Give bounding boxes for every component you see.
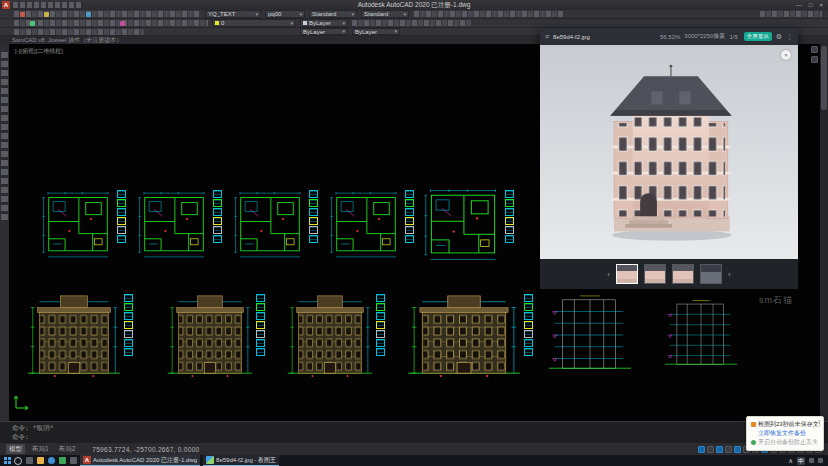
properties-toolbar-icons[interactable]	[352, 20, 472, 26]
autocad-logo-icon[interactable]: A	[2, 1, 10, 9]
tab-model[interactable]: 模型	[6, 444, 25, 454]
plan-legend-2	[213, 186, 222, 264]
close-button[interactable]: ×	[819, 2, 823, 8]
mleader-style-value: Standard	[364, 11, 388, 17]
ortho-toggle[interactable]	[716, 446, 723, 453]
taskbar-viewer-button[interactable]: 8e59d4-f2.jpg - 看图王	[203, 455, 279, 466]
quick-access-toolbar[interactable]	[13, 2, 83, 8]
shield-icon	[751, 440, 756, 445]
section-drawing-2[interactable]	[658, 292, 744, 378]
next-image-button[interactable]: ›	[728, 270, 731, 279]
styles-toolbar-icons[interactable]	[414, 11, 564, 17]
search-icon[interactable]	[14, 457, 22, 465]
layer-on-icon[interactable]	[30, 21, 35, 26]
tray-expand-icon[interactable]: ∧	[788, 457, 793, 465]
thumbnail-2[interactable]	[644, 264, 666, 284]
new-file-icon[interactable]	[20, 12, 25, 17]
app-icon-1[interactable]	[58, 457, 66, 465]
title-bar: A Autodesk AutoCAD 2020 已注册-1.dwg — □ ×	[0, 0, 828, 10]
command-prompt[interactable]: 命令:	[12, 433, 828, 442]
image-viewer-window: ≡ 8e59d4-f2.jpg 56.52% 3000*2250像素 1/5 全…	[540, 28, 798, 289]
osnap-toggle[interactable]	[734, 446, 741, 453]
image-preview[interactable]: ×	[540, 45, 798, 259]
taskbar-viewer-label: 8e59d4-f2.jpg - 看图王	[216, 456, 276, 465]
standard-toolbar-icons[interactable]	[14, 11, 200, 17]
notification-close-icon[interactable]: ×	[817, 418, 821, 424]
tray-icon-2[interactable]	[818, 458, 823, 463]
elevation-legend-1	[124, 290, 133, 380]
elevation-3[interactable]	[286, 290, 385, 380]
thumbnail-4[interactable]	[700, 264, 722, 284]
layer-combo[interactable]: 0 ▾	[212, 19, 296, 27]
command-line[interactable]: 命令: *取消* 命令:	[0, 421, 828, 443]
plan-legend-5	[505, 186, 514, 264]
right-dock-icons[interactable]	[811, 46, 818, 63]
prev-image-button[interactable]: ‹	[607, 270, 610, 279]
grid-toggle[interactable]	[698, 446, 705, 453]
close-preview-button[interactable]: ×	[781, 50, 791, 60]
mleader-style-combo[interactable]: Standard ▾	[361, 10, 409, 18]
text-style-combo[interactable]: YQ_TEXT ▾	[205, 10, 261, 18]
lineweight-combo[interactable]: ByLayer ▾	[352, 28, 400, 35]
start-button[interactable]	[3, 457, 11, 465]
linetype-combo[interactable]: ByLayer ▾	[300, 28, 348, 35]
color-combo[interactable]: ByLayer ▾	[300, 19, 348, 27]
layer-value: 0	[221, 20, 224, 26]
image-dimensions: 3000*2250像素	[684, 32, 725, 41]
task-view-icon[interactable]	[25, 457, 33, 465]
elevation-4[interactable]	[406, 290, 533, 380]
layer-freeze-icon[interactable]	[120, 21, 125, 26]
save-file-icon[interactable]	[86, 12, 91, 17]
color-value: ByLayer	[309, 20, 331, 26]
left-toolbar-icons[interactable]	[1, 52, 8, 222]
image-viewer-icon	[206, 456, 214, 464]
thumbnail-1[interactable]	[616, 264, 638, 284]
tab-layout2[interactable]: 布局2	[56, 444, 79, 454]
taskbar-autocad-button[interactable]: A Autodesk AutoCAD 2020 已注册-1.dwg	[80, 455, 200, 466]
app-icon-2[interactable]	[69, 457, 77, 465]
browser-icon[interactable]	[47, 457, 55, 465]
elevation-2[interactable]	[166, 290, 265, 380]
floor-plan-3[interactable]	[233, 186, 318, 264]
layer-toolbar-icons[interactable]	[14, 20, 208, 26]
section-drawing-1[interactable]	[540, 292, 640, 378]
palette-icon[interactable]	[811, 56, 818, 63]
more-icon[interactable]: ⋮	[786, 33, 793, 40]
polar-toggle[interactable]	[725, 446, 732, 453]
table-style-combo[interactable]: Standard ▾	[309, 10, 357, 18]
status-bar: 模型 布局1 布局2 75963.7724, -25700.2667, 0.00…	[0, 443, 828, 455]
villa-render-image	[586, 55, 754, 251]
file-explorer-icon[interactable]	[36, 457, 44, 465]
chevron-down-icon: ▾	[403, 12, 406, 17]
vertical-scrollbar[interactable]	[820, 44, 828, 421]
settings-gear-icon[interactable]: ⚙	[776, 33, 782, 40]
help-toolbar-icons[interactable]	[760, 11, 822, 17]
floor-plan-1[interactable]	[41, 186, 126, 264]
menu-icon[interactable]: ≡	[545, 33, 549, 40]
pin-icon[interactable]	[811, 46, 818, 53]
chevron-down-icon: ▾	[394, 29, 397, 34]
modify-toolbar-icons[interactable]	[14, 29, 144, 35]
elevation-1[interactable]	[26, 290, 133, 380]
snap-toggle[interactable]	[707, 446, 714, 453]
scrollbar-thumb[interactable]	[821, 46, 827, 110]
viewer-filename: 8e59d4-f2.jpg	[553, 34, 590, 40]
thumbnail-3[interactable]	[672, 264, 694, 284]
floor-plan-2[interactable]	[137, 186, 222, 264]
tab-layout1[interactable]: 布局1	[29, 444, 52, 454]
minimize-button[interactable]: —	[796, 2, 802, 8]
notification-action-link[interactable]: 立即恢复文件备份	[758, 429, 806, 438]
left-toolbar[interactable]	[0, 44, 9, 421]
tray-icon-1[interactable]	[809, 458, 814, 463]
floor-plan-5[interactable]	[423, 186, 514, 264]
fullscreen-button[interactable]: 全屏显示	[744, 32, 772, 41]
maximize-button[interactable]: □	[809, 2, 813, 8]
floor-plan-4[interactable]	[329, 186, 414, 264]
plan-legend-1	[117, 186, 126, 264]
open-file-icon[interactable]	[44, 12, 49, 17]
viewport-controls[interactable]: [-][俯视][二维线框]	[15, 47, 63, 56]
ime-indicator[interactable]: 中	[797, 457, 805, 465]
dim-style-combo[interactable]: pq00 ▾	[265, 10, 305, 18]
elevation-legend-3	[376, 290, 385, 380]
zoom-level[interactable]: 56.52%	[660, 34, 680, 40]
